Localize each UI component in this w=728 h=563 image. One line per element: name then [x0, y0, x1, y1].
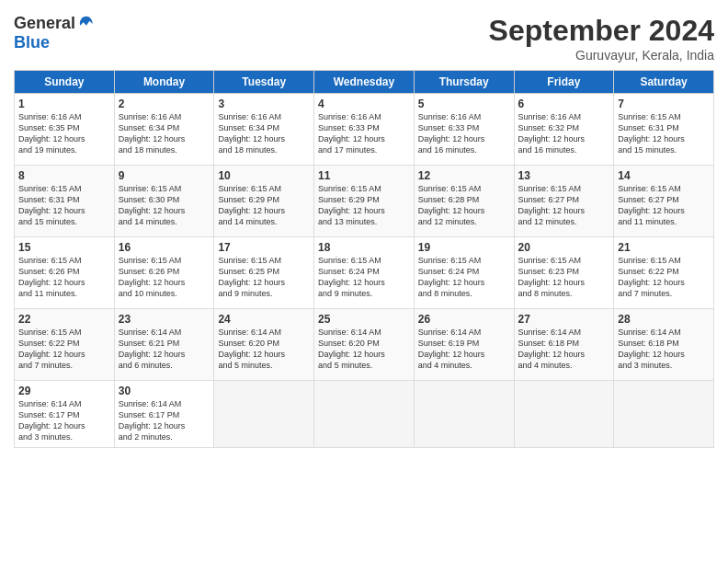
calendar-header-row: Sunday Monday Tuesday Wednesday Thursday…: [15, 71, 714, 94]
table-row: 23Sunrise: 6:14 AMSunset: 6:21 PMDayligh…: [114, 309, 214, 381]
table-row: 4Sunrise: 6:16 AMSunset: 6:33 PMDaylight…: [314, 94, 415, 166]
day-info: Sunrise: 6:15 AMSunset: 6:22 PMDaylight:…: [18, 327, 85, 370]
day-info: Sunrise: 6:15 AMSunset: 6:26 PMDaylight:…: [119, 256, 186, 298]
day-number: 16: [119, 241, 210, 254]
table-row: 13Sunrise: 6:15 AMSunset: 6:27 PMDayligh…: [514, 166, 614, 237]
day-number: 21: [618, 241, 710, 254]
table-row: 16Sunrise: 6:15 AMSunset: 6:26 PMDayligh…: [114, 237, 214, 309]
title-section: September 2024 Guruvayur, Kerala, India: [489, 14, 714, 63]
day-number: 9: [119, 169, 210, 182]
day-number: 6: [518, 98, 610, 110]
day-info: Sunrise: 6:15 AMSunset: 6:25 PMDaylight:…: [218, 256, 285, 298]
table-row: 3Sunrise: 6:16 AMSunset: 6:34 PMDaylight…: [214, 94, 314, 166]
table-row: [214, 381, 314, 448]
logo-general-text: General: [14, 14, 75, 33]
day-info: Sunrise: 6:15 AMSunset: 6:22 PMDaylight:…: [618, 256, 685, 298]
day-info: Sunrise: 6:14 AMSunset: 6:20 PMDaylight:…: [318, 327, 385, 370]
table-row: 18Sunrise: 6:15 AMSunset: 6:24 PMDayligh…: [314, 237, 415, 309]
table-row: 10Sunrise: 6:15 AMSunset: 6:29 PMDayligh…: [214, 166, 314, 237]
header-monday: Monday: [114, 71, 214, 94]
day-number: 18: [318, 241, 410, 254]
header-saturday: Saturday: [614, 71, 714, 94]
day-number: 14: [618, 169, 710, 182]
day-number: 23: [119, 313, 210, 326]
table-row: 8Sunrise: 6:15 AMSunset: 6:31 PMDaylight…: [15, 166, 115, 237]
day-number: 25: [318, 313, 410, 326]
table-row: [314, 381, 415, 448]
table-row: 5Sunrise: 6:16 AMSunset: 6:33 PMDaylight…: [414, 94, 514, 166]
day-info: Sunrise: 6:14 AMSunset: 6:20 PMDaylight:…: [218, 327, 285, 370]
logo-icon: [77, 15, 96, 33]
day-number: 17: [218, 241, 310, 254]
day-info: Sunrise: 6:14 AMSunset: 6:18 PMDaylight:…: [618, 327, 685, 370]
table-row: 26Sunrise: 6:14 AMSunset: 6:19 PMDayligh…: [414, 309, 514, 381]
month-title: September 2024: [489, 14, 714, 48]
day-info: Sunrise: 6:14 AMSunset: 6:17 PMDaylight:…: [18, 399, 85, 442]
table-row: 21Sunrise: 6:15 AMSunset: 6:22 PMDayligh…: [614, 237, 714, 309]
day-info: Sunrise: 6:15 AMSunset: 6:30 PMDaylight:…: [119, 184, 186, 226]
table-row: 7Sunrise: 6:15 AMSunset: 6:31 PMDaylight…: [614, 94, 714, 166]
day-number: 20: [518, 241, 610, 254]
table-row: [414, 381, 514, 448]
table-row: 9Sunrise: 6:15 AMSunset: 6:30 PMDaylight…: [114, 166, 214, 237]
day-info: Sunrise: 6:16 AMSunset: 6:33 PMDaylight:…: [318, 112, 385, 155]
day-info: Sunrise: 6:15 AMSunset: 6:29 PMDaylight:…: [318, 184, 385, 226]
day-number: 19: [418, 241, 510, 254]
header-wednesday: Wednesday: [314, 71, 415, 94]
day-info: Sunrise: 6:16 AMSunset: 6:35 PMDaylight:…: [18, 112, 85, 155]
day-info: Sunrise: 6:16 AMSunset: 6:32 PMDaylight:…: [518, 112, 586, 155]
table-row: [514, 381, 614, 448]
day-number: 28: [618, 313, 710, 326]
table-row: 20Sunrise: 6:15 AMSunset: 6:23 PMDayligh…: [514, 237, 614, 309]
day-info: Sunrise: 6:15 AMSunset: 6:27 PMDaylight:…: [618, 184, 685, 226]
day-number: 7: [618, 98, 710, 110]
table-row: 11Sunrise: 6:15 AMSunset: 6:29 PMDayligh…: [314, 166, 415, 237]
day-number: 5: [418, 98, 510, 110]
day-number: 26: [418, 313, 510, 326]
day-info: Sunrise: 6:15 AMSunset: 6:27 PMDaylight:…: [518, 184, 586, 226]
day-info: Sunrise: 6:16 AMSunset: 6:33 PMDaylight:…: [418, 112, 485, 155]
day-info: Sunrise: 6:14 AMSunset: 6:19 PMDaylight:…: [418, 327, 485, 370]
day-number: 4: [318, 98, 410, 110]
header: General Blue September 2024 Guruvayur, K…: [14, 14, 714, 63]
day-info: Sunrise: 6:15 AMSunset: 6:31 PMDaylight:…: [18, 184, 85, 226]
day-info: Sunrise: 6:15 AMSunset: 6:28 PMDaylight:…: [418, 184, 485, 226]
day-info: Sunrise: 6:16 AMSunset: 6:34 PMDaylight:…: [218, 112, 285, 155]
day-info: Sunrise: 6:14 AMSunset: 6:21 PMDaylight:…: [119, 327, 186, 370]
day-number: 11: [318, 169, 410, 182]
table-row: 6Sunrise: 6:16 AMSunset: 6:32 PMDaylight…: [514, 94, 614, 166]
day-info: Sunrise: 6:15 AMSunset: 6:26 PMDaylight:…: [18, 256, 85, 298]
day-number: 27: [518, 313, 610, 326]
table-row: 19Sunrise: 6:15 AMSunset: 6:24 PMDayligh…: [414, 237, 514, 309]
header-thursday: Thursday: [414, 71, 514, 94]
location-subtitle: Guruvayur, Kerala, India: [489, 48, 714, 63]
header-friday: Friday: [514, 71, 614, 94]
header-tuesday: Tuesday: [214, 71, 314, 94]
day-info: Sunrise: 6:15 AMSunset: 6:23 PMDaylight:…: [518, 256, 586, 298]
day-number: 8: [18, 169, 110, 182]
table-row: 30Sunrise: 6:14 AMSunset: 6:17 PMDayligh…: [114, 381, 214, 448]
day-info: Sunrise: 6:15 AMSunset: 6:31 PMDaylight:…: [618, 112, 685, 155]
table-row: 17Sunrise: 6:15 AMSunset: 6:25 PMDayligh…: [214, 237, 314, 309]
logo-blue-text: Blue: [14, 33, 50, 52]
table-row: 29Sunrise: 6:14 AMSunset: 6:17 PMDayligh…: [15, 381, 115, 448]
table-row: 15Sunrise: 6:15 AMSunset: 6:26 PMDayligh…: [15, 237, 115, 309]
table-row: 28Sunrise: 6:14 AMSunset: 6:18 PMDayligh…: [614, 309, 714, 381]
table-row: 2Sunrise: 6:16 AMSunset: 6:34 PMDaylight…: [114, 94, 214, 166]
day-info: Sunrise: 6:14 AMSunset: 6:18 PMDaylight:…: [518, 327, 586, 370]
table-row: 14Sunrise: 6:15 AMSunset: 6:27 PMDayligh…: [614, 166, 714, 237]
table-row: 24Sunrise: 6:14 AMSunset: 6:20 PMDayligh…: [214, 309, 314, 381]
table-row: 25Sunrise: 6:14 AMSunset: 6:20 PMDayligh…: [314, 309, 415, 381]
day-number: 13: [518, 169, 610, 182]
logo: General Blue: [14, 14, 96, 52]
page: General Blue September 2024 Guruvayur, K…: [0, 0, 728, 563]
day-number: 24: [218, 313, 310, 326]
day-number: 1: [18, 98, 110, 110]
day-number: 30: [119, 385, 210, 397]
day-info: Sunrise: 6:15 AMSunset: 6:29 PMDaylight:…: [218, 184, 285, 226]
table-row: 27Sunrise: 6:14 AMSunset: 6:18 PMDayligh…: [514, 309, 614, 381]
day-number: 2: [119, 98, 210, 110]
day-info: Sunrise: 6:15 AMSunset: 6:24 PMDaylight:…: [418, 256, 485, 298]
day-number: 22: [18, 313, 110, 326]
day-info: Sunrise: 6:16 AMSunset: 6:34 PMDaylight:…: [119, 112, 186, 155]
